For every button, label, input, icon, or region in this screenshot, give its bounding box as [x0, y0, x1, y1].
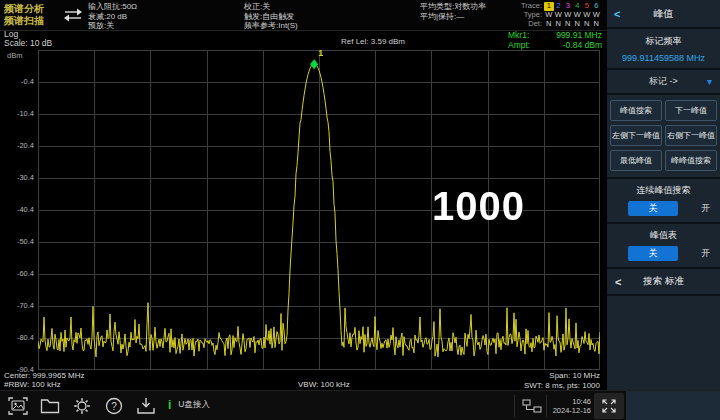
average-type: 平均类型:对数功率 [420, 2, 486, 12]
peak-menu-panel: < 峰值 标记频率 999.911459588 MHz 标记 -> ▾ 峰值搜索… [607, 0, 720, 390]
continuous-peak-section: 连续峰值搜索 关 开 [607, 179, 720, 224]
fullscreen-toggle-button[interactable] [594, 393, 624, 419]
y-tick: -0.4 [2, 77, 34, 86]
next-peak-right-button[interactable]: 右侧下一峰值 [665, 125, 717, 146]
peak-peak-search-button[interactable]: 峰峰值搜索 [665, 150, 717, 171]
search-criteria-item[interactable]: < 搜索 标准 [607, 269, 720, 296]
y-tick: -20.4 [2, 141, 34, 150]
system-statusbar: ? i U盘接入 10:46 2024-12-16 [0, 390, 720, 420]
marker-frequency-value: 999.911459588 MHz [607, 53, 720, 63]
trigger: 触发:自由触发 [244, 12, 298, 22]
search-criteria-label: 搜索 标准 [643, 275, 684, 288]
points-overlay-text: 1000 [432, 184, 525, 229]
continuous-peak-on-toggle[interactable]: 开 [701, 202, 710, 215]
marker-to-dropdown[interactable]: 标记 -> ▾ [607, 70, 720, 95]
y-tick: -10.4 [2, 109, 34, 118]
continuous-peak-label: 连续峰值搜索 [607, 184, 720, 197]
help-button[interactable]: ? [101, 394, 127, 418]
y-tick: -30.4 [2, 173, 34, 182]
marker-frequency-section[interactable]: 标记频率 999.911459588 MHz [607, 29, 720, 70]
y-tick: -40.4 [2, 205, 34, 214]
input-settings: 输入阻抗:50Ω 衰减:20 dB 预放:关 [88, 2, 137, 31]
date-value: 2024-12-16 [549, 406, 591, 415]
next-peak-button[interactable]: 下一峰值 [665, 100, 717, 121]
mode-subtitle: 频谱扫描 [4, 15, 44, 27]
peak-search-button[interactable]: 峰值搜索 [610, 100, 662, 121]
continuous-sweep-icon[interactable] [62, 7, 84, 27]
next-peak-left-button[interactable]: 左侧下一峰值 [610, 125, 662, 146]
rbw-value: #RBW: 100 kHz [4, 380, 61, 390]
mode-title: 频谱分析 [4, 3, 44, 15]
trace-legend[interactable]: Trace: 1 2 3 4 5 6 Type: W W W W W W Det… [514, 2, 601, 28]
svg-text:?: ? [111, 401, 117, 412]
swt-value: SWT: 8 ms, pts: 1000 [420, 381, 600, 391]
screenshot-button[interactable] [5, 394, 31, 418]
peak-table-on-toggle[interactable]: 开 [701, 247, 710, 260]
correction: 校正:关 [244, 2, 298, 12]
statusbar-corner [626, 391, 720, 420]
average-hold: 平均|保持:— [420, 12, 486, 22]
file-manager-button[interactable] [37, 394, 63, 418]
usb-status-message: i U盘接入 [168, 398, 210, 412]
usb-text: U盘接入 [178, 399, 210, 411]
min-peak-button[interactable]: 最低峰值 [610, 150, 662, 171]
back-chevron-icon: < [614, 8, 620, 20]
mode-label[interactable]: 频谱分析 频谱扫描 [4, 3, 44, 27]
span-value: Span: 10 MHz [420, 371, 600, 381]
ampt-value: -0.84 dBm [563, 41, 602, 51]
vbw-value: VBW: 100 kHz [298, 380, 350, 390]
marker-to-label: 标记 -> [649, 75, 678, 88]
info-icon: i [168, 398, 171, 412]
preamp: 预放:关 [88, 21, 137, 31]
det-row-label: Det: [514, 20, 542, 29]
save-button[interactable] [133, 394, 159, 418]
attenuation: 衰减:20 dB [88, 12, 137, 22]
unit-label: dBm [7, 51, 22, 60]
ref-level-label: Ref Lel: 3.59 dBm [341, 37, 405, 46]
ampt-label: Ampt: [508, 41, 530, 51]
marker-frequency-label: 标记频率 [607, 35, 720, 48]
menu-title-row[interactable]: < 峰值 [607, 0, 720, 29]
input-impedance: 输入阻抗:50Ω [88, 2, 137, 12]
peak-table-section: 峰值表 关 开 [607, 224, 720, 269]
trigger-settings: 校正:关 触发:自由触发 频率参考:Int(S) [244, 2, 298, 31]
divider [514, 395, 515, 417]
time-value: 10:46 [549, 397, 591, 406]
peak-table-off-toggle[interactable]: 关 [628, 246, 678, 261]
marker-readout: Mkr1: 999.91 MHz Ampt: -0.84 dBm [508, 31, 602, 50]
y-tick: -60.4 [2, 269, 34, 278]
menu-title: 峰值 [654, 7, 674, 21]
clock[interactable]: 10:46 2024-12-16 [549, 397, 591, 415]
chevron-down-icon: ▾ [707, 78, 712, 86]
peak-table-label: 峰值表 [607, 229, 720, 242]
submenu-chevron-icon: < [615, 276, 621, 288]
scale-label: Scale: 10 dB [4, 38, 52, 48]
average-settings: 平均类型:对数功率 平均|保持:— [420, 2, 486, 21]
top-status-header: 频谱分析 频谱扫描 输入阻抗:50Ω 衰减:20 dB 预放:关 校正:关 触发… [0, 0, 607, 31]
span-swt-block: Span: 10 MHz SWT: 8 ms, pts: 1000 [420, 371, 600, 390]
y-tick: -80.4 [2, 333, 34, 342]
continuous-peak-off-toggle[interactable]: 关 [628, 201, 678, 216]
sidebar-empty-area [607, 296, 720, 390]
y-tick: -70.4 [2, 301, 34, 310]
peak-button-grid: 峰值搜索 下一峰值 左侧下一峰值 右侧下一峰值 最低峰值 峰峰值搜索 [607, 95, 720, 179]
network-status-icon[interactable] [522, 398, 542, 418]
settings-gear-button[interactable] [69, 394, 95, 418]
divider [546, 395, 547, 417]
y-tick: -50.4 [2, 237, 34, 246]
freq-reference: 频率参考:Int(S) [244, 21, 298, 31]
